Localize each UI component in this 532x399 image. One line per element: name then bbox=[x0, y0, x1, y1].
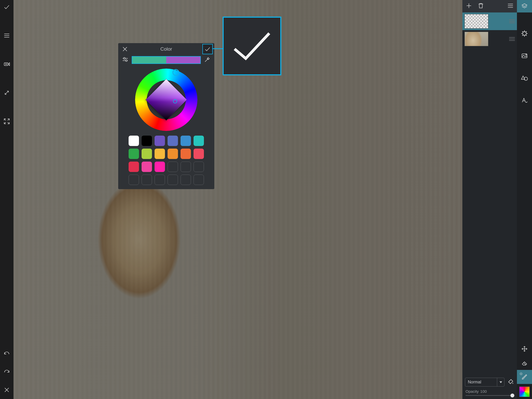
popover-title: Color bbox=[130, 46, 202, 52]
brush-tool-icon[interactable] bbox=[517, 370, 532, 384]
svg-line-7 bbox=[4, 119, 6, 121]
layers-tab-icon[interactable] bbox=[517, 0, 532, 12]
delete-layer-icon[interactable] bbox=[477, 2, 484, 10]
svg-point-34 bbox=[124, 57, 125, 59]
layer-thumbnail bbox=[464, 32, 488, 46]
color-swatch[interactable] bbox=[155, 149, 165, 159]
layer-row[interactable] bbox=[462, 30, 517, 48]
color-swatch[interactable] bbox=[168, 149, 178, 159]
svg-line-10 bbox=[8, 122, 9, 124]
color-popover: Color bbox=[118, 43, 214, 189]
popover-confirm-button[interactable] bbox=[202, 44, 213, 54]
confirm-icon[interactable] bbox=[3, 4, 10, 11]
svg-marker-18 bbox=[500, 381, 502, 383]
blend-mode-select[interactable]: Normal bbox=[465, 378, 504, 387]
color-swatch[interactable] bbox=[142, 162, 152, 172]
color-picker-chip[interactable] bbox=[519, 387, 530, 397]
layer-menu-icon[interactable] bbox=[507, 2, 514, 10]
blend-mode-label: Normal bbox=[465, 380, 497, 384]
fill-bucket-icon[interactable] bbox=[507, 378, 514, 386]
color-swatch[interactable] bbox=[194, 149, 204, 159]
color-swatch[interactable] bbox=[142, 136, 152, 146]
right-rail bbox=[517, 0, 532, 399]
eraser-tool-icon[interactable] bbox=[517, 356, 532, 370]
color-swatch[interactable] bbox=[168, 136, 178, 146]
callout-connector bbox=[213, 48, 223, 49]
color-swatch[interactable] bbox=[142, 149, 152, 159]
sliders-icon[interactable] bbox=[122, 56, 129, 64]
svg-point-36 bbox=[125, 60, 127, 62]
color-swatch[interactable] bbox=[181, 149, 191, 159]
svg-marker-4 bbox=[9, 63, 10, 66]
drag-handle-icon[interactable] bbox=[509, 37, 515, 41]
svg-marker-19 bbox=[522, 4, 527, 6]
color-swatch[interactable] bbox=[194, 162, 204, 172]
color-swatch[interactable] bbox=[168, 162, 178, 172]
redo-icon[interactable] bbox=[3, 368, 10, 376]
color-swatch[interactable] bbox=[181, 162, 191, 172]
move-tool-icon[interactable] bbox=[517, 342, 532, 356]
eyedropper-icon[interactable] bbox=[204, 56, 211, 64]
new-color-swatch bbox=[166, 57, 200, 63]
svg-line-9 bbox=[4, 122, 6, 124]
left-toolbar bbox=[0, 0, 14, 399]
svg-point-5 bbox=[5, 64, 7, 65]
color-swatch[interactable] bbox=[194, 175, 204, 185]
record-icon[interactable] bbox=[3, 61, 10, 69]
color-swatch[interactable] bbox=[155, 136, 165, 146]
hue-cursor[interactable] bbox=[172, 69, 179, 76]
current-color-swatch bbox=[132, 57, 166, 63]
image-adjust-icon[interactable] bbox=[521, 52, 528, 60]
layers-panel: Normal Opacity 100 bbox=[462, 0, 517, 399]
layer-row[interactable] bbox=[462, 12, 517, 30]
layer-thumbnail bbox=[464, 14, 488, 29]
sv-cursor[interactable] bbox=[173, 99, 177, 103]
svg-line-8 bbox=[8, 119, 9, 121]
color-swatch[interactable] bbox=[155, 175, 165, 185]
popover-close-button[interactable] bbox=[120, 44, 130, 54]
opacity-value: 100 bbox=[480, 389, 487, 394]
close-icon[interactable] bbox=[3, 387, 10, 394]
color-swatch[interactable] bbox=[129, 149, 139, 159]
svg-point-30 bbox=[521, 374, 522, 374]
transform-arrow-icon[interactable] bbox=[3, 89, 10, 97]
layers-toolbar bbox=[462, 0, 517, 12]
fullscreen-icon[interactable] bbox=[3, 118, 10, 126]
color-swatch[interactable] bbox=[194, 136, 204, 146]
color-swatch[interactable] bbox=[155, 162, 165, 172]
menu-icon[interactable] bbox=[3, 32, 10, 40]
swatch-grid bbox=[118, 135, 214, 185]
add-layer-icon[interactable] bbox=[466, 2, 472, 10]
dropdown-caret-icon bbox=[497, 378, 504, 387]
text-tool-icon[interactable] bbox=[521, 97, 528, 105]
opacity-label: Opacity bbox=[466, 389, 479, 394]
slider-thumb[interactable] bbox=[510, 394, 514, 397]
color-swatch[interactable] bbox=[168, 175, 178, 185]
color-wheel[interactable] bbox=[135, 69, 197, 131]
color-swatch[interactable] bbox=[129, 162, 139, 172]
svg-line-6 bbox=[5, 91, 9, 95]
starburst-icon[interactable] bbox=[521, 30, 528, 38]
shapes-icon[interactable] bbox=[521, 75, 528, 83]
color-compare-swatch[interactable] bbox=[132, 56, 201, 64]
color-swatch[interactable] bbox=[181, 175, 191, 185]
color-swatch[interactable] bbox=[142, 175, 152, 185]
undo-icon[interactable] bbox=[3, 350, 10, 358]
color-swatch[interactable] bbox=[129, 136, 139, 146]
callout-zoom bbox=[223, 17, 281, 75]
color-swatch[interactable] bbox=[129, 175, 139, 185]
drag-handle-icon[interactable] bbox=[509, 19, 515, 23]
color-swatch[interactable] bbox=[181, 136, 191, 146]
opacity-slider[interactable] bbox=[462, 395, 517, 399]
